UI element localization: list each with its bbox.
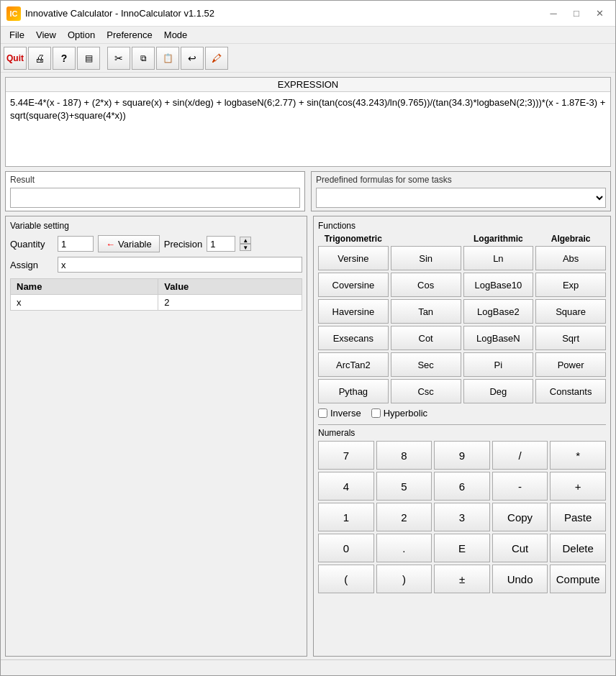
var-name-cell: x: [11, 295, 158, 311]
assign-input[interactable]: [58, 257, 302, 273]
expression-label: EXPRESSION: [6, 78, 610, 92]
constants-button[interactable]: Constants: [535, 379, 606, 403]
menu-file[interactable]: File: [4, 28, 30, 42]
sec-button[interactable]: Sec: [391, 352, 461, 377]
precision-input[interactable]: [207, 236, 235, 252]
compute-button[interactable]: Compute: [550, 565, 606, 593]
middle-row: Result Predefined formulas for some task…: [5, 171, 611, 211]
print2-toolbar-button[interactable]: ▤: [77, 47, 100, 70]
undo-numpad-button[interactable]: Undo: [492, 565, 548, 593]
ln-button[interactable]: Ln: [463, 246, 534, 270]
num-subtract[interactable]: -: [492, 472, 548, 501]
undo-toolbar-button[interactable]: ↩: [181, 47, 204, 70]
main-window: IC Innovative Calculator - InnoCalculato…: [0, 0, 616, 676]
variable-btn-label: Variable: [118, 239, 152, 250]
plusminus-button[interactable]: ±: [434, 565, 490, 593]
checkboxes-row: Inverse Hyperbolic: [318, 406, 606, 420]
delete-button[interactable]: Delete: [550, 534, 606, 562]
copy-button[interactable]: Copy: [492, 503, 548, 531]
hyperbolic-checkbox[interactable]: [371, 408, 381, 418]
quantity-row: Quantity ← Variable Precision ▲ ▼: [10, 235, 302, 252]
expression-panel: EXPRESSION: [5, 77, 611, 167]
menu-mode[interactable]: Mode: [158, 28, 194, 42]
haversine-button[interactable]: Haversine: [318, 299, 389, 324]
cot-button[interactable]: Cot: [391, 326, 461, 350]
menu-preference[interactable]: Preference: [101, 28, 158, 42]
num-0[interactable]: 0: [318, 534, 374, 562]
help-toolbar-button[interactable]: ?: [53, 47, 76, 70]
quantity-input[interactable]: [58, 236, 94, 252]
sin-button[interactable]: Sin: [391, 246, 461, 270]
inverse-checkbox[interactable]: [318, 408, 327, 418]
pythag-button[interactable]: Pythag: [318, 379, 389, 403]
copy-toolbar-button[interactable]: ⧉: [132, 47, 155, 70]
logbasen-button[interactable]: LogBaseN: [463, 326, 534, 350]
numpad-grid: 7 8 9 / * 4 5 6 - + 1 2 3 Copy Paste: [318, 441, 606, 593]
maximize-button[interactable]: □: [566, 6, 586, 21]
variable-setting-title: Variable setting: [10, 221, 302, 231]
abs-button[interactable]: Abs: [535, 246, 606, 270]
var-value-cell: 2: [158, 295, 302, 311]
cos-button[interactable]: Cos: [391, 273, 461, 297]
print-toolbar-button[interactable]: 🖨: [28, 47, 51, 70]
quit-toolbar-button[interactable]: Quit: [4, 47, 27, 70]
num-multiply[interactable]: *: [550, 441, 606, 470]
table-row: x 2: [11, 295, 302, 311]
rparen-button[interactable]: ): [376, 565, 432, 593]
num-1[interactable]: 1: [318, 503, 374, 531]
coversine-button[interactable]: Coversine: [318, 273, 389, 297]
tan-button[interactable]: Tan: [391, 299, 461, 324]
num-2[interactable]: 2: [376, 503, 432, 531]
num-8[interactable]: 8: [376, 441, 432, 470]
clear-toolbar-button[interactable]: 🖍: [205, 47, 228, 70]
numerals-title: Numerals: [318, 428, 606, 438]
quantity-label: Quantity: [10, 239, 53, 250]
power-button[interactable]: Power: [535, 352, 606, 377]
precision-up-button[interactable]: ▲: [240, 237, 251, 244]
num-3[interactable]: 3: [434, 503, 490, 531]
logbase2-button[interactable]: LogBase2: [463, 299, 534, 324]
minimize-button[interactable]: ─: [543, 6, 563, 21]
precision-down-button[interactable]: ▼: [240, 244, 251, 251]
paste-toolbar-button[interactable]: 📋: [156, 47, 179, 70]
pi-button[interactable]: Pi: [463, 352, 534, 377]
cut-numpad-button[interactable]: Cut: [492, 534, 548, 562]
variable-table: Name Value x 2: [10, 278, 302, 311]
num-add[interactable]: +: [550, 472, 606, 501]
function-grid: Versine Sin Ln Abs Coversine Cos LogBase…: [318, 246, 606, 403]
cut-toolbar-button[interactable]: ✂: [107, 47, 130, 70]
assign-label: Assign: [10, 260, 53, 270]
num-6[interactable]: 6: [434, 472, 490, 501]
num-divide[interactable]: /: [492, 441, 548, 470]
sqrt-button[interactable]: Sqrt: [535, 326, 606, 350]
num-e[interactable]: E: [434, 534, 490, 562]
functions-title: Functions: [318, 221, 606, 231]
assign-row: Assign: [10, 257, 302, 273]
hyperbolic-checkbox-label[interactable]: Hyperbolic: [371, 408, 427, 419]
expression-input[interactable]: [6, 92, 610, 164]
menu-view[interactable]: View: [30, 28, 62, 42]
num-9[interactable]: 9: [434, 441, 490, 470]
num-5[interactable]: 5: [376, 472, 432, 501]
result-input[interactable]: [10, 188, 300, 208]
num-7[interactable]: 7: [318, 441, 374, 470]
close-button[interactable]: ✕: [589, 6, 610, 21]
num-dot[interactable]: .: [376, 534, 432, 562]
inverse-checkbox-label[interactable]: Inverse: [318, 408, 361, 419]
arctan2-button[interactable]: ArcTan2: [318, 352, 389, 377]
exp-button[interactable]: Exp: [535, 273, 606, 297]
versine-button[interactable]: Versine: [318, 246, 389, 270]
hyperbolic-label: Hyperbolic: [384, 408, 427, 419]
lparen-button[interactable]: (: [318, 565, 374, 593]
variable-button[interactable]: ← Variable: [98, 235, 160, 252]
square-button[interactable]: Square: [535, 299, 606, 324]
deg-button[interactable]: Deg: [463, 379, 534, 403]
predefined-select[interactable]: [316, 188, 606, 208]
exsecans-button[interactable]: Exsecans: [318, 326, 389, 350]
csc-button[interactable]: Csc: [391, 379, 461, 403]
menu-option[interactable]: Option: [62, 28, 101, 42]
paste-button[interactable]: Paste: [550, 503, 606, 531]
logbase10-button[interactable]: LogBase10: [463, 273, 534, 297]
table-header-value: Value: [158, 279, 302, 295]
num-4[interactable]: 4: [318, 472, 374, 501]
